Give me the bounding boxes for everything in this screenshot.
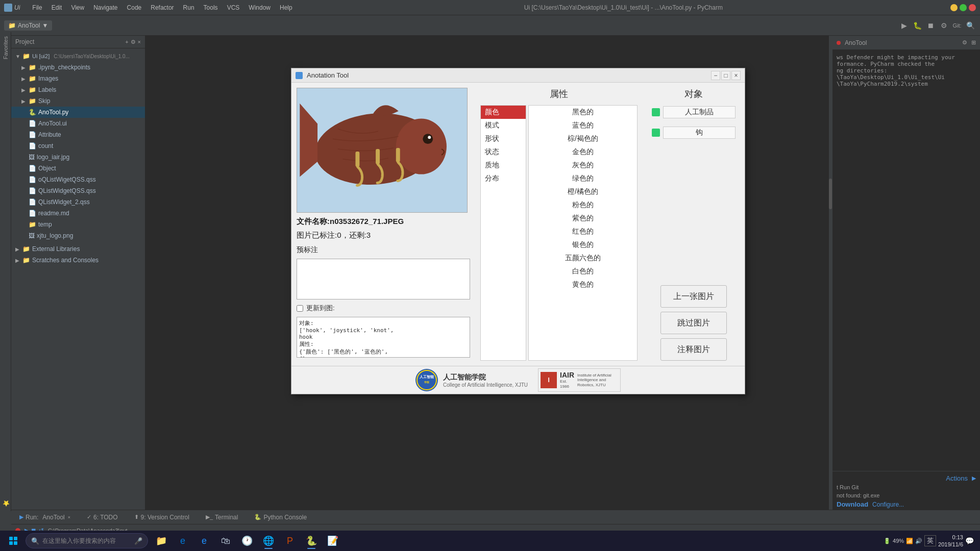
sidebar-item-attribute[interactable]: 📄 Attribute — [11, 129, 145, 140]
menu-view[interactable]: View — [67, 3, 88, 12]
taskbar-app-edge[interactable]: e — [173, 532, 193, 550]
update-checkbox[interactable] — [297, 305, 303, 312]
attr-item-texture[interactable]: 质地 — [481, 159, 526, 172]
run-tab-close[interactable]: × — [68, 515, 70, 520]
menu-edit[interactable]: Edit — [47, 3, 66, 12]
sidebar-add-icon[interactable]: + — [125, 39, 128, 45]
sidebar-item-scratches[interactable]: ▶ 📁 Scratches and Consoles — [11, 255, 145, 266]
debug-button[interactable]: 🐛 — [912, 20, 923, 31]
actions-label[interactable]: Actions — [946, 474, 968, 482]
menu-window[interactable]: Window — [244, 3, 275, 12]
structure-label[interactable]: ⭐ — [1, 498, 10, 509]
project-selector[interactable]: 📁 AnoTool ▼ — [4, 20, 52, 31]
sidebar-settings-icon[interactable]: ⚙ — [131, 39, 136, 45]
start-button[interactable] — [2, 532, 24, 550]
sidebar-item-logo[interactable]: 🖼 logo_iair.jpg — [11, 152, 145, 163]
value-green[interactable]: 绿色的 — [529, 172, 637, 185]
menu-vcs[interactable]: VCS — [223, 3, 244, 12]
menu-tools[interactable]: Tools — [200, 3, 222, 12]
taskbar-app-chrome[interactable]: 🌐 — [258, 532, 279, 550]
sidebar-item-anotool-ui[interactable]: 📄 AnoTool.ui — [11, 118, 145, 129]
configure-button[interactable]: Configure... — [872, 501, 904, 508]
value-blue[interactable]: 蓝色的 — [529, 119, 637, 132]
favorites-label[interactable]: Favorites — [2, 34, 10, 61]
annotate-button[interactable]: 注释图片 — [660, 338, 727, 361]
terminal-tab[interactable]: ▶_ Terminal — [202, 513, 242, 522]
sidebar-item-skip[interactable]: ▶ 📁 Skip — [11, 95, 145, 107]
run-panel-settings-icon[interactable]: ⚙ — [962, 39, 967, 46]
sidebar-item-images[interactable]: ▶ 📁 Images — [11, 73, 145, 84]
todo-tab[interactable]: ✓ 6: TODO — [83, 513, 122, 522]
sidebar-item-count[interactable]: 📄 count — [11, 140, 145, 152]
attr-item-dist[interactable]: 分布 — [481, 172, 526, 185]
taskbar-app-clock[interactable]: 🕐 — [237, 532, 257, 550]
sidebar-item-object[interactable]: 📄 Object — [11, 163, 145, 174]
value-brown[interactable]: 棕/褐色的 — [529, 132, 637, 145]
menu-file[interactable]: File — [28, 3, 46, 12]
taskbar-app-files[interactable]: 📁 — [151, 532, 172, 550]
menu-navigate[interactable]: Navigate — [89, 3, 121, 12]
taskbar-app-pycharm[interactable]: 🐍 — [301, 532, 322, 550]
value-pink[interactable]: 粉色的 — [529, 198, 637, 212]
download-button[interactable]: Download — [837, 500, 868, 508]
value-yellow[interactable]: 黄色的 — [529, 278, 637, 291]
sidebar-item-readme[interactable]: 📄 readme.md — [11, 208, 145, 219]
annotation-minimize-button[interactable]: − — [711, 71, 720, 80]
stop-button[interactable]: ⏹ — [925, 20, 936, 31]
maximize-button[interactable] — [960, 4, 967, 11]
menu-code[interactable]: Code — [123, 3, 146, 12]
run-button[interactable]: ▶ — [898, 20, 910, 31]
sidebar-item-temp[interactable]: 📁 temp — [11, 219, 145, 230]
sidebar-item-xjtu[interactable]: 🖼 xjtu_logo.png — [11, 230, 145, 241]
menu-run[interactable]: Run — [179, 3, 199, 12]
attr-item-mode[interactable]: 模式 — [481, 119, 526, 132]
object-item-hook[interactable]: 钩 — [648, 124, 740, 141]
sidebar-item-labels[interactable]: ▶ 📁 Labels — [11, 84, 145, 95]
system-clock[interactable]: 0:13 2019/11/6 — [938, 534, 963, 548]
minimize-button[interactable] — [950, 4, 958, 11]
close-button[interactable] — [969, 4, 976, 11]
value-gray[interactable]: 灰色的 — [529, 159, 637, 172]
prelabel-textarea[interactable] — [297, 259, 470, 299]
settings-icon[interactable]: ⚙ — [938, 20, 949, 31]
tree-item-ui[interactable]: ▼ 📁 Ui [ui2] C:\Users\TaoYa\Desktop\Ui_1… — [11, 51, 145, 62]
sidebar-item-qss1[interactable]: 📄 oQListWigetQSS.qss — [11, 174, 145, 185]
taskbar-search[interactable]: 🔍 在这里输入你要搜索的内容 🎤 — [26, 533, 148, 548]
value-red[interactable]: 红色的 — [529, 225, 637, 238]
run-panel-external-icon[interactable]: ⊞ — [971, 39, 976, 46]
search-icon[interactable]: 🔍 — [965, 20, 976, 31]
sidebar-item-ext-libs[interactable]: ▶ 📁 External Libraries — [11, 243, 145, 255]
value-silver[interactable]: 银色的 — [529, 238, 637, 252]
attr-item-shape[interactable]: 形状 — [481, 132, 526, 145]
value-purple[interactable]: 紫色的 — [529, 212, 637, 225]
value-gold[interactable]: 金色的 — [529, 145, 637, 159]
taskbar-app-ie[interactable]: e — [194, 532, 214, 550]
lang-indicator[interactable]: 英 — [924, 535, 936, 546]
editor-scrollbar[interactable] — [829, 36, 832, 511]
taskbar-app-store[interactable]: 🛍 — [215, 532, 236, 550]
python-console-tab[interactable]: 🐍 Python Console — [250, 513, 311, 522]
sidebar-item-qss3[interactable]: 📄 QListWidget_2.qss — [11, 196, 145, 208]
attr-item-color[interactable]: 颜色 — [481, 106, 526, 119]
menu-refactor[interactable]: Refactor — [146, 3, 178, 12]
value-orange[interactable]: 橙/橘色的 — [529, 185, 637, 198]
sidebar-item-ipynb[interactable]: ▶ 📁 .ipynb_checkpoints — [11, 62, 145, 73]
skip-image-button[interactable]: 跳过图片 — [660, 312, 727, 334]
prev-image-button[interactable]: 上一张图片 — [660, 285, 727, 308]
anotool-tab-label[interactable]: AnoTool — [42, 514, 64, 521]
taskbar-app-notes[interactable]: 📝 — [323, 532, 343, 550]
value-black[interactable]: 黑色的 — [529, 106, 637, 119]
taskbar-app-ppt[interactable]: P — [280, 532, 300, 550]
run-tab[interactable]: ▶ Run: AnoTool × — [15, 513, 75, 522]
notification-icon[interactable]: 💬 — [965, 537, 974, 545]
git-icon[interactable]: Git: — [951, 20, 963, 31]
sidebar-item-qss2[interactable]: 📄 QListWidgetQSS.qss — [11, 185, 145, 196]
menu-help[interactable]: Help — [276, 3, 297, 12]
value-white[interactable]: 白色的 — [529, 265, 637, 278]
annotation-close-button[interactable]: × — [731, 71, 741, 80]
value-multicolor[interactable]: 五颜六色的 — [529, 252, 637, 265]
annotation-maximize-button[interactable]: □ — [721, 71, 730, 80]
vcs-tab[interactable]: ⬆ 9: Version Control — [130, 513, 193, 522]
attr-item-state[interactable]: 状态 — [481, 145, 526, 159]
object-item-artifact[interactable]: 人工制品 — [648, 104, 740, 120]
